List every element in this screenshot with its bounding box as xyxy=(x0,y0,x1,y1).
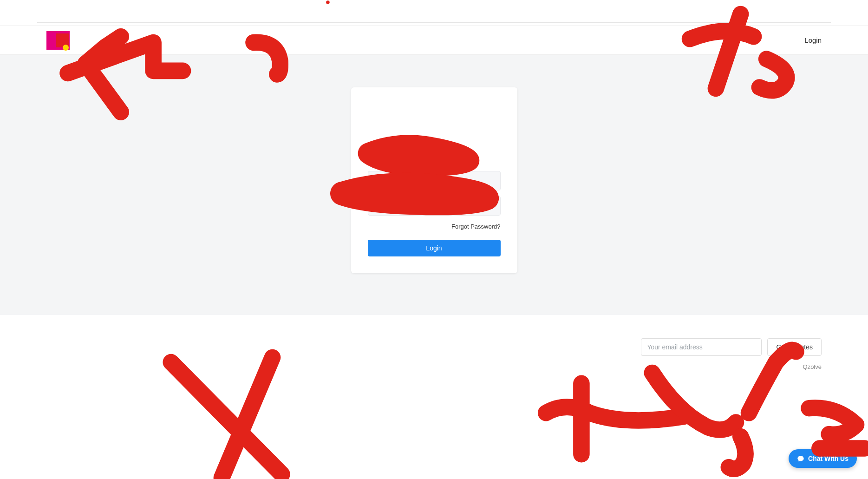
password-input[interactable] xyxy=(387,197,475,215)
logo[interactable] xyxy=(46,29,80,52)
subscribe-row: Get Updates xyxy=(641,338,822,356)
email-input[interactable] xyxy=(387,171,495,190)
login-card: Show Forgot Password? Login xyxy=(351,87,517,273)
svg-rect-0 xyxy=(375,178,381,184)
password-field-wrapper[interactable]: Show xyxy=(368,196,501,216)
email-field-wrapper[interactable] xyxy=(368,171,501,190)
forgot-password-link[interactable]: Forgot Password? xyxy=(451,223,501,230)
forgot-row: Forgot Password? xyxy=(368,222,501,230)
get-updates-button[interactable]: Get Updates xyxy=(767,338,822,356)
mail-icon xyxy=(374,177,382,185)
logo-shape xyxy=(63,45,69,51)
subscribe-email-input[interactable] xyxy=(641,338,762,356)
footer: Get Updates Qzolve xyxy=(0,315,868,394)
copyright: Qzolve xyxy=(803,363,822,370)
login-button[interactable]: Login xyxy=(368,240,501,256)
nav-login-link[interactable]: Login xyxy=(804,36,822,44)
lock-icon xyxy=(374,202,382,210)
footer-subscribe: Get Updates Qzolve xyxy=(641,338,822,370)
header: Login xyxy=(0,26,868,55)
main: Show Forgot Password? Login xyxy=(0,55,868,315)
login-card-header xyxy=(368,102,501,163)
top-divider xyxy=(37,22,831,23)
svg-point-2 xyxy=(378,207,379,208)
show-password-toggle[interactable]: Show xyxy=(479,203,495,210)
svg-point-3 xyxy=(326,0,330,4)
